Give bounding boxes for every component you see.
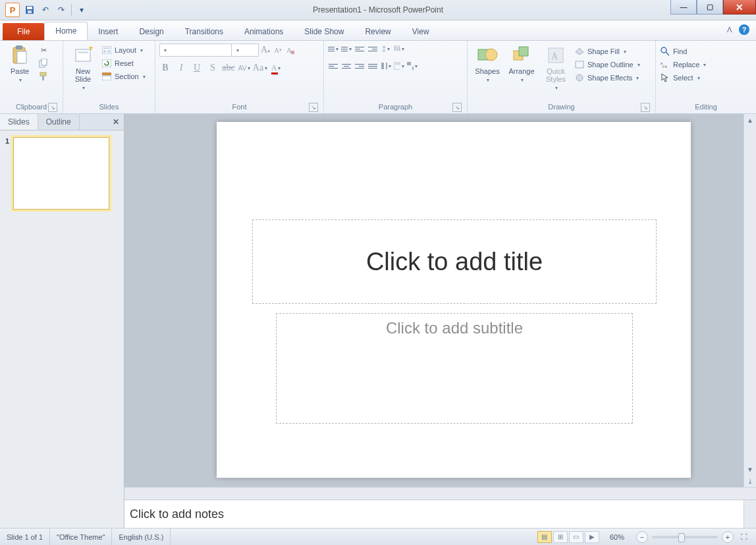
italic-icon[interactable]: I — [175, 62, 187, 74]
bullets-icon[interactable] — [328, 43, 338, 54]
group-drawing-label: Drawing — [548, 103, 574, 111]
zoom-level[interactable]: 60% — [603, 529, 631, 545]
copy-button[interactable] — [38, 58, 49, 69]
zoom-thumb[interactable] — [678, 533, 685, 542]
title-placeholder[interactable]: Click to add title — [252, 219, 657, 304]
smartart-icon[interactable] — [407, 61, 418, 71]
cut-button[interactable]: ✂ — [38, 45, 49, 55]
view-reading-icon[interactable]: ▭ — [569, 531, 583, 543]
drawing-launcher[interactable]: ↘ — [641, 103, 650, 112]
font-launcher[interactable]: ↘ — [309, 103, 318, 112]
format-painter-button[interactable] — [38, 71, 49, 82]
paste-button[interactable]: Paste — [4, 43, 36, 84]
tab-insert[interactable]: Insert — [88, 23, 128, 40]
app-window: P ↶ ↷ ▾ Presentation1 - Microsoft PowerP… — [0, 0, 756, 545]
slide-thumb-1[interactable]: 1 — [5, 137, 119, 210]
undo-icon[interactable]: ↶ — [40, 4, 51, 16]
quick-styles-icon: A — [545, 45, 566, 66]
next-slide-icon[interactable]: ⤓ — [744, 475, 756, 487]
layout-label: Layout — [115, 46, 136, 54]
redo-icon[interactable]: ↷ — [55, 4, 67, 16]
shadow-icon[interactable]: S — [207, 62, 219, 74]
close-button[interactable]: ✕ — [723, 0, 756, 14]
bold-icon[interactable]: B — [159, 62, 171, 74]
app-icon[interactable]: P — [5, 3, 20, 17]
underline-icon[interactable]: U — [191, 62, 203, 74]
status-theme[interactable]: "Office Theme" — [50, 529, 112, 545]
strikethrough-icon[interactable]: abc — [223, 62, 234, 74]
side-tab-slides[interactable]: Slides — [0, 114, 38, 130]
align-center-icon[interactable] — [341, 61, 352, 71]
subtitle-placeholder[interactable]: Click to add subtitle — [276, 313, 633, 424]
notes-pane[interactable]: Click to add notes — [124, 500, 756, 528]
qat-customize-icon[interactable]: ▾ — [76, 4, 88, 16]
font-size-combo[interactable] — [232, 43, 259, 57]
tab-file[interactable]: File — [3, 23, 44, 40]
clipboard-launcher[interactable]: ↘ — [48, 103, 57, 112]
status-slide-count[interactable]: Slide 1 of 1 — [0, 529, 50, 545]
tab-design[interactable]: Design — [128, 23, 174, 40]
scroll-up-icon[interactable]: ▲ — [744, 114, 756, 126]
horizontal-scrollbar[interactable] — [124, 487, 756, 500]
new-slide-button[interactable]: New Slide — [67, 43, 99, 92]
section-button[interactable]: Section — [101, 71, 146, 82]
tab-view[interactable]: View — [402, 23, 440, 40]
tab-home[interactable]: Home — [44, 22, 88, 40]
shape-outline-button[interactable]: Shape Outline — [574, 59, 640, 70]
tab-review[interactable]: Review — [354, 23, 401, 40]
char-spacing-icon[interactable]: AV — [238, 62, 250, 74]
shape-fill-button[interactable]: Shape Fill — [574, 46, 640, 57]
decrease-indent-icon[interactable] — [354, 43, 365, 54]
view-slideshow-icon[interactable]: ▶ — [585, 531, 599, 543]
scroll-down-icon[interactable]: ▼ — [744, 463, 756, 475]
select-button[interactable]: Select — [660, 72, 706, 83]
zoom-track[interactable] — [652, 536, 718, 538]
minimize-ribbon-icon[interactable]: ᐱ — [727, 26, 732, 34]
tab-transitions[interactable]: Transitions — [175, 23, 234, 40]
slide-canvas[interactable]: Click to add title Click to add subtitle — [124, 114, 743, 487]
svg-rect-18 — [102, 72, 111, 75]
status-language[interactable]: English (U.S.) — [112, 529, 171, 545]
align-left-icon[interactable] — [328, 61, 338, 71]
side-panel-close-icon[interactable]: ✕ — [108, 114, 124, 130]
change-case-icon[interactable]: Aa — [254, 62, 266, 74]
paragraph-launcher[interactable]: ↘ — [452, 103, 462, 112]
fit-to-window-icon[interactable]: ⛶ — [738, 532, 751, 542]
text-direction-icon[interactable]: llâ — [394, 43, 404, 54]
view-normal-icon[interactable]: ▤ — [537, 531, 552, 543]
arrange-button[interactable]: Arrange — [506, 43, 537, 84]
shape-effects-button[interactable]: Shape Effects — [574, 72, 640, 83]
zoom-out-button[interactable]: − — [636, 531, 648, 543]
numbering-icon[interactable] — [341, 43, 352, 54]
font-color-icon[interactable]: A — [270, 62, 282, 74]
shrink-font-icon[interactable]: A▾ — [272, 44, 284, 56]
view-sorter-icon[interactable]: ⊞ — [553, 531, 568, 543]
side-tab-outline[interactable]: Outline — [38, 114, 80, 130]
tab-animations[interactable]: Animations — [234, 23, 294, 40]
justify-icon[interactable] — [367, 61, 378, 71]
grow-font-icon[interactable]: A▴ — [259, 44, 271, 56]
maximize-button[interactable]: ▢ — [697, 0, 723, 14]
find-button[interactable]: Find — [660, 46, 706, 57]
align-right-icon[interactable] — [354, 61, 365, 71]
zoom-in-button[interactable]: + — [722, 531, 734, 543]
columns-icon[interactable] — [381, 61, 391, 71]
line-spacing-icon[interactable]: ‡ — [381, 43, 391, 54]
align-text-icon[interactable] — [394, 61, 404, 71]
clear-formatting-icon[interactable]: A — [284, 44, 296, 56]
shape-fill-icon — [574, 46, 585, 57]
vertical-scrollbar[interactable]: ▲ ▼ ⤓ — [743, 114, 756, 487]
save-icon[interactable] — [24, 4, 36, 16]
reset-button[interactable]: Reset — [101, 58, 146, 69]
tab-slideshow[interactable]: Slide Show — [294, 23, 354, 40]
replace-button[interactable]: abReplace — [660, 59, 706, 70]
minimize-button[interactable]: — — [670, 0, 697, 14]
increase-indent-icon[interactable] — [367, 43, 378, 54]
help-icon[interactable]: ? — [739, 24, 749, 35]
quick-styles-button[interactable]: A Quick Styles — [540, 43, 572, 92]
font-family-combo[interactable] — [159, 43, 232, 57]
svg-point-30 — [485, 49, 497, 61]
layout-button[interactable]: Layout — [101, 45, 146, 55]
shapes-button[interactable]: Shapes — [472, 43, 503, 84]
notes-scrollbar[interactable] — [743, 500, 756, 528]
